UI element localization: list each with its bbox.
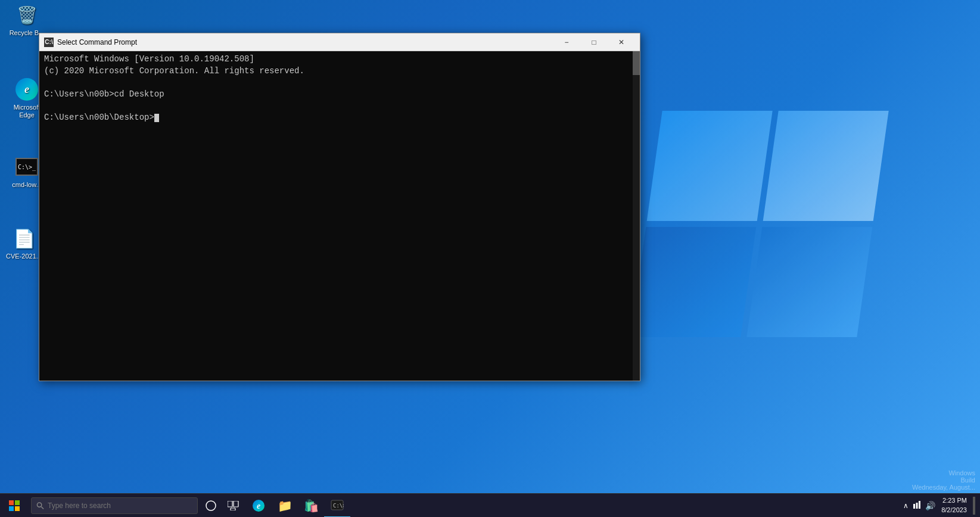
- win-logo-br: [746, 227, 872, 337]
- taskbar: e 📁 🛍️ C:\>_ ∧: [0, 493, 980, 517]
- win-logo-bl: [630, 227, 756, 337]
- taskbar-apps: e 📁 🛍️ C:\>_: [245, 494, 350, 517]
- maximize-button[interactable]: □: [580, 33, 608, 51]
- clock-date: 8/2/2023: [941, 506, 967, 515]
- desktop-icon-recycle-bin[interactable]: 🗑️ Recycle B...: [6, 3, 48, 37]
- svg-rect-15: [916, 503, 918, 509]
- svg-rect-3: [15, 506, 20, 511]
- win-logo-tl: [647, 111, 773, 221]
- cmd-scrollbar[interactable]: [633, 51, 640, 381]
- cmd-label: cmd-low...: [12, 181, 42, 189]
- cmd-line-1: Microsoft Windows [Version 10.0.19042.50…: [44, 54, 254, 64]
- minimize-button[interactable]: −: [553, 33, 580, 51]
- svg-point-6: [206, 501, 216, 510]
- taskbar-app-store[interactable]: 🛍️: [298, 494, 324, 518]
- svg-rect-14: [913, 504, 915, 509]
- windows-logo: [646, 111, 873, 337]
- store-icon: 🛍️: [304, 499, 319, 513]
- cmd-line-6: C:\Users\n00b\Desktop>: [44, 113, 154, 122]
- svg-rect-1: [15, 500, 20, 505]
- svg-rect-9: [231, 508, 235, 510]
- cursor-block: [154, 114, 159, 122]
- cortana-icon: [205, 500, 217, 512]
- cmd-icon: C:\>_: [15, 155, 39, 179]
- svg-rect-7: [228, 501, 232, 507]
- taskbar-right: ∧ 🔊 2:23 PM 8/2/2023: [903, 494, 980, 517]
- task-view-icon: [228, 501, 239, 510]
- cve-label: CVE-2021...: [6, 253, 42, 260]
- recycle-bin-icon: 🗑️: [15, 3, 39, 27]
- svg-rect-2: [9, 506, 14, 511]
- svg-point-4: [37, 502, 41, 506]
- cmd-terminal[interactable]: Microsoft Windows [Version 10.0.19042.50…: [39, 51, 633, 381]
- edge-app-icon: e: [15, 77, 39, 101]
- edge-icon-shape: e: [15, 78, 38, 101]
- show-desktop-button[interactable]: [973, 497, 975, 515]
- close-button[interactable]: ✕: [608, 33, 635, 51]
- explorer-icon: 📁: [278, 499, 293, 513]
- taskbar-app-terminal[interactable]: C:\>_: [324, 494, 350, 518]
- cortana-button[interactable]: [200, 494, 222, 518]
- svg-rect-8: [234, 501, 238, 507]
- taskbar-app-explorer[interactable]: 📁: [272, 494, 298, 518]
- cmd-titlebar[interactable]: C:\ Select Command Prompt − □ ✕: [39, 33, 640, 51]
- network-icon[interactable]: [912, 500, 922, 510]
- taskbar-app-edge[interactable]: e: [245, 494, 272, 518]
- cmd-scrollbar-thumb[interactable]: [633, 51, 640, 75]
- cmd-titlebar-controls: − □ ✕: [553, 33, 635, 51]
- taskbar-clock[interactable]: 2:23 PM 8/2/2023: [939, 496, 969, 515]
- svg-rect-0: [9, 500, 14, 505]
- network-svg-icon: [912, 500, 922, 509]
- volume-icon[interactable]: 🔊: [925, 501, 935, 510]
- task-view-button[interactable]: [222, 494, 245, 518]
- svg-line-5: [41, 506, 43, 509]
- search-input[interactable]: [48, 502, 192, 510]
- start-icon: [9, 500, 20, 511]
- win-logo-tr: [763, 111, 889, 221]
- cmd-content[interactable]: Microsoft Windows [Version 10.0.19042.50…: [39, 51, 640, 381]
- svg-text:e: e: [257, 502, 260, 510]
- taskbar-search-bar[interactable]: [31, 497, 198, 514]
- cmd-line-4: C:\Users\n00b>cd Desktop: [44, 89, 164, 99]
- cmd-window: C:\ Select Command Prompt − □ ✕ Microsof…: [39, 33, 640, 381]
- svg-rect-16: [919, 501, 920, 509]
- cmd-line-2: (c) 2020 Microsoft Corporation. All righ…: [44, 66, 304, 76]
- clock-time: 2:23 PM: [942, 496, 967, 505]
- cve-icon: 📄: [12, 226, 36, 250]
- cmd-icon-shape: C:\>_: [15, 158, 38, 176]
- search-icon: [36, 502, 44, 510]
- cmd-titlebar-icon: C:\: [44, 38, 54, 47]
- svg-text:C:\>_: C:\>_: [333, 503, 344, 509]
- terminal-icon: C:\>_: [331, 500, 344, 510]
- taskbar-edge-icon: e: [252, 499, 265, 512]
- start-button[interactable]: [0, 494, 29, 518]
- tray-show-hidden[interactable]: ∧: [903, 502, 909, 510]
- cmd-titlebar-title: Select Command Prompt: [57, 38, 553, 46]
